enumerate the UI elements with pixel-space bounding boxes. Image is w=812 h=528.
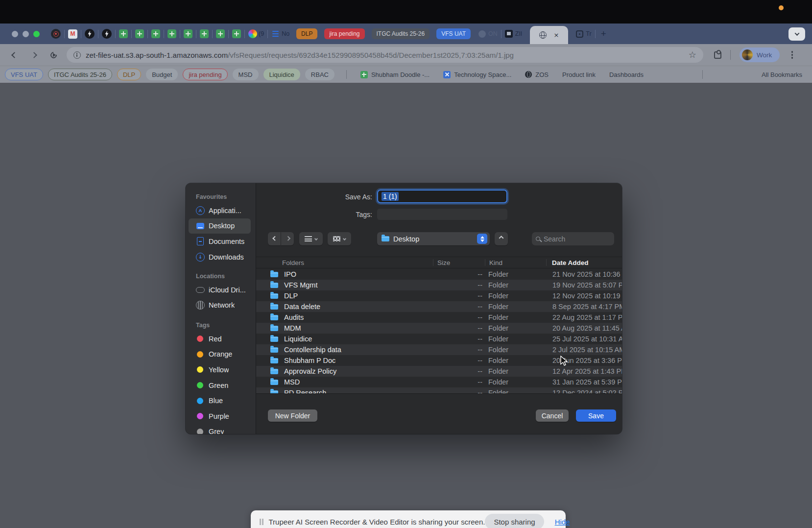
sidebar-tag-item[interactable]: Red — [186, 331, 254, 347]
forward-button[interactable] — [28, 49, 39, 60]
sidebar-tag-item[interactable]: Green — [186, 378, 254, 393]
sidebar-tag-item[interactable]: Blue — [186, 393, 254, 408]
notes-tab-icon[interactable] — [271, 30, 279, 38]
sidebar-tag-item[interactable]: Yellow — [186, 362, 254, 378]
bookmark-chip[interactable]: RBAC — [305, 69, 334, 80]
profile-button[interactable]: Work — [740, 48, 780, 62]
table-row[interactable]: MSD -- Folder 31 Jan 2025 at 5:39 PM — [256, 377, 622, 387]
parent-folder-button[interactable] — [495, 232, 508, 245]
bookmark-link[interactable]: Technology Space... — [443, 71, 511, 78]
bolt-tab-icon[interactable] — [102, 29, 112, 39]
trupeer-tab-icon[interactable] — [576, 30, 583, 38]
sidebar-tag-item[interactable]: Grey — [186, 424, 254, 434]
table-row[interactable]: DLP -- Folder 12 Nov 2025 at 10:19 PM — [256, 290, 622, 301]
table-row[interactable]: MDM -- Folder 20 Aug 2025 at 11:45 AM — [256, 323, 622, 334]
bolt-tab-icon[interactable] — [85, 29, 95, 39]
sidebar-tag-item[interactable]: Purple — [186, 408, 254, 424]
list-view-button[interactable] — [299, 232, 323, 245]
bookmark-chip[interactable]: Budget — [146, 69, 178, 80]
stop-sharing-button[interactable]: Stop sharing — [485, 514, 544, 528]
file-size: -- — [418, 346, 482, 354]
sheets-tab-icon[interactable] — [216, 29, 225, 38]
tab-zii[interactable]: ZII — [515, 30, 523, 37]
new-tab-button[interactable]: + — [601, 28, 606, 39]
sheets-tab-icon[interactable] — [200, 29, 209, 38]
back-button[interactable] — [268, 232, 281, 245]
table-row[interactable]: VFS Mgmt -- Folder 19 Nov 2025 at 5:07 P… — [256, 280, 622, 290]
bookmark-chip[interactable]: ITGC Audits 25-26 — [48, 69, 112, 80]
search-field[interactable] — [532, 232, 614, 245]
menu-dots-icon[interactable] — [791, 54, 793, 55]
table-row[interactable]: Audits -- Folder 22 Aug 2025 at 1:17 PM — [256, 312, 622, 323]
sheets-tab-icon[interactable] — [232, 29, 241, 38]
bookmark-link[interactable]: Dashboards — [609, 71, 644, 78]
sidebar-item[interactable]: iCloud Dri... — [186, 282, 254, 298]
tags-input[interactable] — [377, 209, 507, 220]
drag-handle-icon[interactable] — [260, 519, 261, 525]
zii-tab-icon[interactable] — [505, 30, 513, 38]
cancel-button[interactable]: Cancel — [536, 409, 569, 422]
bookmark-chip[interactable]: Liquidice — [263, 69, 300, 80]
traffic-light-minimize[interactable] — [23, 31, 29, 37]
column-date-added[interactable]: Date Added — [552, 259, 589, 266]
tab-group-chip[interactable]: DLP — [296, 28, 317, 39]
sidebar-item[interactable]: Applicati... — [186, 203, 254, 218]
table-row[interactable]: Data delete -- Folder 8 Sep 2025 at 4:17… — [256, 301, 622, 312]
gmail-tab-icon[interactable]: M — [68, 29, 77, 39]
bookmark-chip[interactable]: VFS UAT — [5, 69, 43, 80]
folder-icon — [270, 326, 278, 331]
sidebar-item[interactable]: Downloads — [186, 249, 254, 265]
traffic-light-zoom[interactable] — [33, 31, 40, 37]
bookmark-link[interactable]: ZOS — [525, 71, 549, 78]
table-row[interactable]: PD Research -- Folder 12 Dec 2024 at 5:0… — [256, 387, 622, 393]
sheets-tab-icon[interactable] — [151, 29, 160, 38]
address-bar[interactable]: zet-files-uat.s3.ap-south-1.amazonaws.co… — [67, 47, 703, 63]
search-input[interactable] — [544, 235, 597, 243]
tab-close-icon[interactable]: × — [553, 31, 559, 39]
new-folder-button[interactable]: New Folder — [268, 409, 317, 422]
record-tab-icon[interactable] — [51, 29, 61, 39]
bookmark-link[interactable]: Product link — [562, 71, 596, 78]
location-dropdown[interactable]: Desktop — [377, 232, 490, 245]
forward-button[interactable] — [281, 232, 294, 245]
all-bookmarks-button[interactable]: All Bookmarks — [762, 71, 802, 78]
back-button[interactable] — [9, 49, 20, 60]
tab-on[interactable]: ON — [488, 30, 498, 37]
sheets-tab-icon[interactable] — [135, 29, 144, 38]
column-kind[interactable]: Kind — [489, 259, 502, 266]
tab-search-button[interactable] — [788, 27, 805, 41]
bookmark-chip[interactable]: MSD — [233, 69, 259, 80]
meet-tab-icon[interactable] — [248, 29, 257, 38]
sheets-tab-icon[interactable] — [184, 29, 192, 38]
bookmark-link[interactable]: Shubham Doodle -... — [360, 71, 430, 78]
active-tab[interactable]: × — [530, 26, 568, 44]
reload-button[interactable] — [48, 49, 59, 60]
tab-trupeer[interactable]: Tr — [586, 30, 591, 37]
bookmark-chip[interactable]: jira pending — [183, 69, 227, 80]
column-size[interactable]: Size — [437, 259, 450, 266]
extensions-icon[interactable] — [714, 51, 721, 59]
sidebar-item[interactable]: Network — [186, 298, 254, 313]
sheets-tab-icon[interactable] — [167, 29, 176, 38]
tab-group-chip[interactable]: jira pending — [324, 28, 364, 39]
tab-notes[interactable]: No — [282, 30, 289, 37]
save-button[interactable]: Save — [576, 409, 616, 422]
sidebar-item[interactable]: Desktop — [189, 218, 251, 234]
filename-input[interactable]: 1 (1) — [377, 190, 507, 203]
sidebar-item[interactable]: Documents — [186, 234, 254, 249]
dim-tab-icon[interactable] — [478, 30, 486, 38]
group-view-button[interactable] — [328, 232, 351, 245]
traffic-light-close[interactable] — [12, 31, 18, 37]
table-row[interactable]: Liquidice -- Folder 25 Jul 2025 at 10:31… — [256, 334, 622, 344]
hide-banner-link[interactable]: Hide — [555, 518, 570, 526]
tab-group-chip[interactable]: VFS UAT — [436, 28, 471, 39]
bookmark-star-icon[interactable]: ☆ — [689, 50, 696, 59]
table-row[interactable]: IPO -- Folder 21 Nov 2025 at 10:36 AM — [256, 269, 622, 280]
tab-group-chip[interactable]: ITGC Audits 25-26 — [372, 28, 430, 39]
bookmark-chip[interactable]: DLP — [117, 69, 141, 80]
table-row[interactable]: Contollership data -- Folder 2 Jul 2025 … — [256, 344, 622, 355]
sidebar-tag-item[interactable]: Orange — [186, 347, 254, 362]
sheets-tab-icon[interactable] — [119, 29, 128, 38]
site-info-icon[interactable] — [73, 51, 81, 59]
column-folders[interactable]: Folders — [282, 259, 304, 266]
